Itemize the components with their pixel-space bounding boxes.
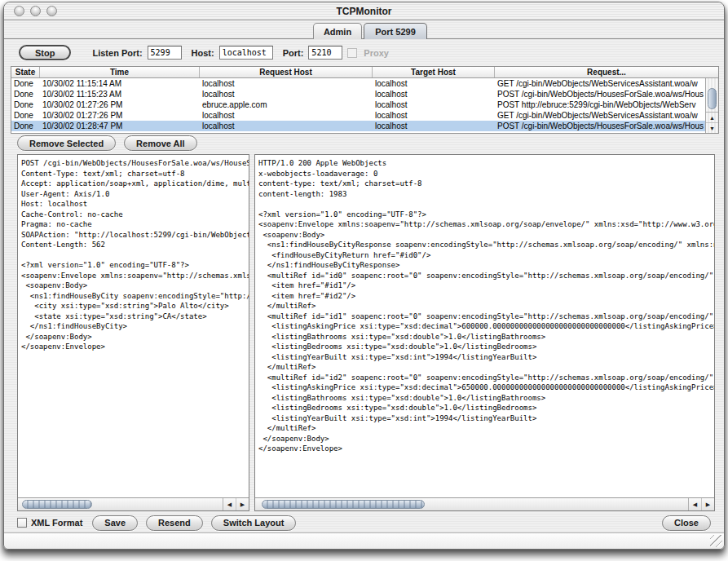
response-text[interactable]: HTTP/1.0 200 Apple WebObjects x-webobjec…: [255, 155, 714, 497]
window-title: TCPMonitor: [4, 6, 724, 17]
footer-bar: XML Format Save Resend Switch Layout Clo…: [17, 514, 711, 532]
connections-table: State Time Request Host Target Host Requ…: [11, 66, 719, 134]
request-pane: POST /cgi-bin/WebObjects/HousesForSale.w…: [17, 154, 249, 511]
scroll-left-icon[interactable]: ◀: [689, 498, 702, 510]
request-scroll-arrows: ◀ ▶: [223, 498, 249, 510]
cell-state: Done: [11, 78, 40, 89]
cell-request-host: localhost: [200, 78, 373, 89]
response-scroll-arrows: ◀ ▶: [688, 498, 714, 510]
table-row[interactable]: Done 10/30/02 11:15:23 AM localhost loca…: [11, 89, 705, 99]
request-scroll-thumb[interactable]: [22, 500, 92, 509]
resend-button[interactable]: Resend: [146, 515, 203, 531]
xml-format-checkbox[interactable]: [17, 518, 27, 528]
column-header-request-host[interactable]: Request Host: [200, 67, 373, 77]
window-titlebar[interactable]: TCPMonitor: [4, 2, 724, 20]
close-window-icon[interactable]: [14, 6, 24, 16]
request-text[interactable]: POST /cgi-bin/WebObjects/HousesForSale.w…: [18, 155, 249, 497]
listen-port-field[interactable]: [148, 46, 182, 60]
host-label: Host:: [192, 48, 214, 58]
remove-button-bar: Remove Selected Remove All: [17, 135, 197, 151]
cell-target-host: localhost: [373, 110, 495, 121]
connection-toolbar: Stop Listen Port: Host: Port: Proxy: [4, 39, 724, 66]
host-field[interactable]: [219, 46, 273, 60]
scroll-right-icon[interactable]: ▶: [702, 498, 714, 510]
table-row-selected[interactable]: Done 10/30/02 01:28:47 PM localhost loca…: [11, 121, 705, 131]
response-horizontal-scrollbar[interactable]: ◀ ▶: [255, 497, 714, 510]
port-field[interactable]: [308, 46, 342, 60]
cell-time: 10/30/02 01:28:47 PM: [40, 121, 200, 131]
remove-all-button[interactable]: Remove All: [124, 135, 197, 151]
minimize-window-icon[interactable]: [30, 6, 41, 16]
scroll-up-icon[interactable]: ▲: [706, 113, 718, 123]
request-horizontal-scrollbar[interactable]: ◀ ▶: [18, 497, 249, 510]
cell-request-host: localhost: [200, 121, 373, 131]
cell-target-host: localhost: [373, 78, 495, 89]
traffic-lights: [14, 6, 57, 16]
tcpmonitor-window: TCPMonitor Admin Port 5299 Stop Listen P…: [3, 2, 725, 550]
connections-table-header: State Time Request Host Target Host Requ…: [11, 67, 718, 78]
stop-button[interactable]: Stop: [19, 45, 71, 60]
cell-target-host: localhost: [373, 121, 495, 131]
save-button[interactable]: Save: [92, 515, 138, 531]
proxy-checkbox: [347, 48, 357, 58]
scroll-left-icon[interactable]: ◀: [223, 498, 236, 510]
status-strip: [4, 532, 724, 549]
table-vertical-scrollbar[interactable]: ▲ ▼: [705, 78, 718, 133]
tab-admin[interactable]: Admin: [313, 23, 362, 39]
cell-request: GET /cgi-bin/WebObjects/WebServicesAssis…: [495, 78, 705, 89]
cell-time: 10/30/02 01:27:26 PM: [40, 99, 200, 110]
tab-port-5299[interactable]: Port 5299: [364, 23, 427, 39]
zoom-window-icon[interactable]: [46, 6, 57, 16]
port-label: Port:: [283, 48, 304, 58]
cell-request: POST /cgi-bin/WebObjects/HousesForSale.w…: [495, 89, 705, 99]
cell-time: 10/30/02 01:27:26 PM: [40, 110, 200, 121]
connections-table-body: Done 10/30/02 11:15:14 AM localhost loca…: [11, 78, 705, 133]
close-button[interactable]: Close: [662, 515, 711, 531]
cell-state: Done: [11, 110, 40, 121]
column-header-time[interactable]: Time: [40, 67, 200, 77]
cell-state: Done: [11, 89, 40, 99]
column-header-request[interactable]: Request...: [495, 67, 718, 77]
table-scroll-arrows: ▲ ▼: [706, 112, 718, 133]
cell-request: POST http://ebruce:5299/cgi-bin/WebObjec…: [495, 99, 705, 110]
response-scroll-thumb[interactable]: [262, 500, 425, 509]
table-row[interactable]: Done 10/30/02 01:27:26 PM localhost loca…: [11, 110, 705, 121]
response-pane: HTTP/1.0 200 Apple WebObjects x-webobjec…: [254, 154, 715, 511]
cell-state: Done: [11, 99, 40, 110]
column-header-target-host[interactable]: Target Host: [373, 67, 495, 77]
cell-request-host: localhost: [200, 110, 373, 121]
xml-format-label: XML Format: [31, 518, 82, 528]
table-row[interactable]: Done 10/30/02 01:27:26 PM ebruce.apple.c…: [11, 99, 705, 110]
scroll-right-icon[interactable]: ▶: [236, 498, 249, 510]
scroll-down-icon[interactable]: ▼: [706, 123, 718, 134]
cell-time: 10/30/02 11:15:14 AM: [40, 78, 200, 89]
table-scroll-thumb[interactable]: [708, 88, 717, 109]
cell-state: Done: [11, 121, 40, 131]
cell-request: GET /cgi-bin/WebObjects/WebServicesAssis…: [495, 110, 705, 121]
cell-request-host: localhost: [200, 89, 373, 99]
cell-time: 10/30/02 11:15:23 AM: [40, 89, 200, 99]
column-header-state[interactable]: State: [11, 67, 40, 77]
cell-target-host: localhost: [373, 89, 495, 99]
tab-bar: Admin Port 5299: [4, 20, 724, 39]
cell-target-host: localhost: [373, 99, 495, 110]
cell-request-host: ebruce.apple.com: [200, 99, 373, 110]
listen-port-label: Listen Port:: [92, 48, 142, 58]
cell-request: POST /cgi-bin/WebObjects/HousesForSale.w…: [495, 121, 705, 131]
table-row[interactable]: Done 10/30/02 11:15:14 AM localhost loca…: [11, 78, 705, 89]
proxy-label: Proxy: [364, 48, 389, 58]
remove-selected-button[interactable]: Remove Selected: [17, 135, 116, 151]
switch-layout-button[interactable]: Switch Layout: [211, 515, 297, 531]
resize-grip-icon[interactable]: [710, 535, 722, 547]
